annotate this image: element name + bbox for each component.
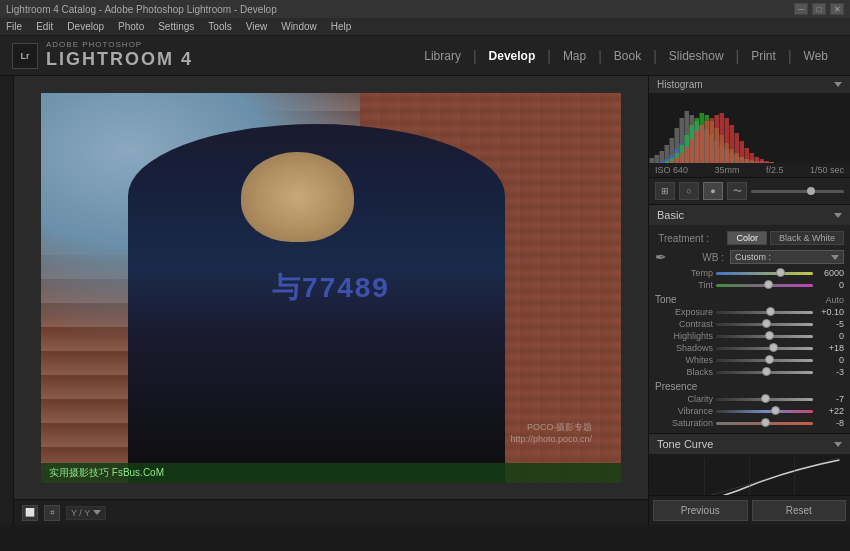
- exposure-knob[interactable]: [766, 307, 775, 316]
- clarity-track[interactable]: [716, 398, 813, 401]
- histogram-info: ISO 640 35mm f/2.5 1/50 sec: [649, 163, 850, 177]
- vibrance-knob[interactable]: [771, 406, 780, 415]
- blacks-track[interactable]: [716, 371, 813, 374]
- menu-tools[interactable]: Tools: [208, 21, 231, 32]
- exposure-row: Exposure +0.10: [655, 306, 844, 318]
- histogram-focal: 35mm: [715, 165, 740, 175]
- wave-tool-icon[interactable]: 〜: [727, 182, 747, 200]
- svg-rect-73: [715, 115, 720, 163]
- menu-help[interactable]: Help: [331, 21, 352, 32]
- bw-button[interactable]: Black & White: [770, 231, 844, 245]
- contrast-value: -5: [816, 319, 844, 329]
- color-button[interactable]: Color: [727, 231, 767, 245]
- tab-map[interactable]: Map: [553, 45, 596, 67]
- exposure-value: +0.10: [816, 307, 844, 317]
- auto-button[interactable]: Auto: [825, 295, 844, 305]
- tone-sliders: Exposure +0.10 Contrast: [655, 306, 844, 378]
- logo-area: Lr ADOBE PHOTOSHOP LIGHTROOM 4: [12, 41, 193, 70]
- histogram-canvas: [649, 93, 850, 163]
- histogram-header[interactable]: Histogram: [649, 76, 850, 93]
- blacks-knob[interactable]: [762, 367, 771, 376]
- svg-rect-67: [685, 147, 690, 163]
- tint-slider-row: Tint 0: [655, 279, 844, 291]
- menu-photo[interactable]: Photo: [118, 21, 144, 32]
- saturation-value: -8: [816, 418, 844, 428]
- tab-develop[interactable]: Develop: [479, 45, 546, 67]
- whites-label: Whites: [655, 355, 713, 365]
- exposure-track[interactable]: [716, 311, 813, 314]
- tab-slideshow[interactable]: Slideshow: [659, 45, 734, 67]
- saturation-knob[interactable]: [761, 418, 770, 427]
- clarity-label: Clarity: [655, 394, 713, 404]
- vibrance-track[interactable]: [716, 410, 813, 413]
- previous-button[interactable]: Previous: [653, 500, 748, 521]
- shadows-knob[interactable]: [769, 343, 778, 352]
- tab-book[interactable]: Book: [604, 45, 651, 67]
- crop-icon[interactable]: ⌗: [44, 505, 60, 521]
- menu-view[interactable]: View: [246, 21, 268, 32]
- tab-print[interactable]: Print: [741, 45, 786, 67]
- saturation-track[interactable]: [716, 422, 813, 425]
- image-container: 与77489 POCO·摄影专题 http://photo.poco.cn/ 实…: [14, 76, 648, 499]
- minimize-button[interactable]: ─: [794, 3, 808, 15]
- menu-file[interactable]: File: [6, 21, 22, 32]
- close-button[interactable]: ✕: [830, 3, 844, 15]
- logo-text: ADOBE PHOTOSHOP LIGHTROOM 4: [46, 41, 193, 70]
- tool-mini-knob: [807, 187, 815, 195]
- histogram-title: Histogram: [657, 79, 703, 90]
- clarity-row: Clarity -7: [655, 393, 844, 405]
- vibrance-label: Vibrance: [655, 406, 713, 416]
- svg-rect-26: [660, 161, 665, 163]
- fit-screen-icon[interactable]: ⬜: [22, 505, 38, 521]
- zoom-control[interactable]: Y / Y: [66, 506, 106, 520]
- menu-edit[interactable]: Edit: [36, 21, 53, 32]
- tool-mini-slider[interactable]: [751, 190, 844, 193]
- svg-rect-1: [650, 158, 655, 163]
- highlights-knob[interactable]: [765, 331, 774, 340]
- presence-sliders: Clarity -7 Vibrance: [655, 393, 844, 429]
- basic-section-header[interactable]: Basic: [649, 205, 850, 225]
- svg-rect-45: [665, 161, 670, 163]
- contrast-track[interactable]: [716, 323, 813, 326]
- shadows-track[interactable]: [716, 347, 813, 350]
- tone-curve-header[interactable]: Tone Curve: [649, 434, 850, 454]
- tint-knob[interactable]: [764, 280, 773, 289]
- exposure-label: Exposure: [655, 307, 713, 317]
- contrast-row: Contrast -5: [655, 318, 844, 330]
- menu-settings[interactable]: Settings: [158, 21, 194, 32]
- menu-window[interactable]: Window: [281, 21, 317, 32]
- svg-rect-2: [655, 155, 660, 163]
- highlights-value: 0: [816, 331, 844, 341]
- svg-rect-80: [750, 153, 755, 163]
- temp-knob[interactable]: [776, 268, 785, 277]
- svg-rect-83: [765, 161, 770, 163]
- reset-button[interactable]: Reset: [752, 500, 847, 521]
- whites-knob[interactable]: [765, 355, 774, 364]
- bottom-toolbar: ⬜ ⌗ Y / Y: [14, 499, 648, 525]
- contrast-knob[interactable]: [762, 319, 771, 328]
- tab-library[interactable]: Library: [414, 45, 471, 67]
- tone-curve-svg: [653, 458, 846, 495]
- menu-develop[interactable]: Develop: [67, 21, 104, 32]
- tint-track[interactable]: [716, 284, 813, 287]
- highlights-track[interactable]: [716, 335, 813, 338]
- tab-web[interactable]: Web: [794, 45, 838, 67]
- histogram-shutter: 1/50 sec: [810, 165, 844, 175]
- eyedropper-icon[interactable]: ✒: [655, 249, 667, 265]
- maximize-button[interactable]: □: [812, 3, 826, 15]
- vibrance-value: +22: [816, 406, 844, 416]
- circle-tool-icon[interactable]: ○: [679, 182, 699, 200]
- clarity-knob[interactable]: [761, 394, 770, 403]
- watermark-site: POCO·摄影专题 http://photo.poco.cn/: [510, 421, 592, 444]
- svg-rect-77: [735, 133, 740, 163]
- temp-track[interactable]: [716, 272, 813, 275]
- grid-tool-icon[interactable]: ⊞: [655, 182, 675, 200]
- dot-tool-icon[interactable]: ●: [703, 182, 723, 200]
- whites-track[interactable]: [716, 359, 813, 362]
- face-area: [241, 152, 354, 242]
- tint-value: 0: [816, 280, 844, 290]
- wb-select[interactable]: Custom :: [730, 250, 844, 264]
- svg-rect-66: [680, 153, 685, 163]
- svg-rect-65: [675, 158, 680, 163]
- svg-rect-76: [730, 125, 735, 163]
